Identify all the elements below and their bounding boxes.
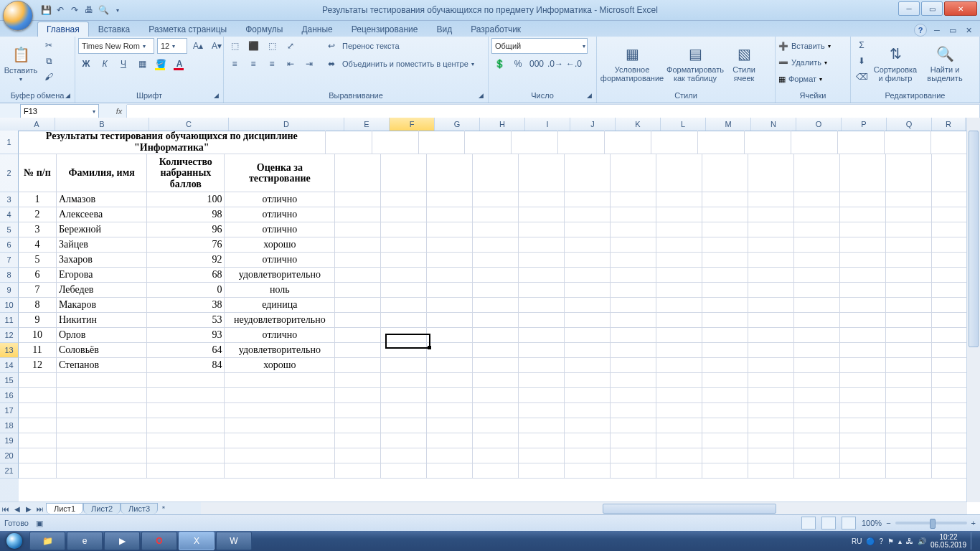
- cell[interactable]: [335, 373, 381, 387]
- cell[interactable]: [932, 373, 967, 387]
- cell[interactable]: [473, 328, 519, 342]
- fill-color-icon[interactable]: 🪣: [153, 57, 169, 71]
- cell[interactable]: [932, 388, 967, 402]
- col-header-C[interactable]: C: [149, 118, 229, 131]
- cell[interactable]: [611, 433, 656, 448]
- row-header-8[interactable]: 8: [0, 268, 19, 283]
- cell[interactable]: отлично: [225, 253, 335, 267]
- cell[interactable]: [886, 373, 932, 387]
- cell[interactable]: [932, 253, 967, 267]
- cell[interactable]: [225, 373, 335, 387]
- cell[interactable]: [335, 448, 381, 463]
- cell[interactable]: 92: [147, 253, 225, 267]
- cell[interactable]: [748, 207, 794, 222]
- cell[interactable]: [702, 358, 748, 372]
- tab-view[interactable]: Вид: [427, 22, 461, 37]
- cell[interactable]: [427, 192, 473, 207]
- cell[interactable]: [326, 131, 372, 154]
- cell[interactable]: [794, 403, 840, 418]
- cell[interactable]: Никитин: [57, 313, 147, 327]
- cell[interactable]: [748, 403, 794, 418]
- cell[interactable]: [427, 328, 473, 342]
- cell[interactable]: [57, 403, 147, 418]
- cell[interactable]: отлично: [225, 207, 335, 222]
- cell[interactable]: [611, 343, 656, 357]
- cell[interactable]: [886, 328, 932, 342]
- tab-data[interactable]: Данные: [292, 22, 341, 37]
- currency-icon[interactable]: 💲: [491, 57, 507, 71]
- qat-print-icon[interactable]: 🖶: [83, 4, 95, 16]
- cell[interactable]: [702, 418, 748, 433]
- tray-shield-icon[interactable]: ⚑: [887, 537, 894, 545]
- sheet-nav-prev-icon[interactable]: ◀: [11, 503, 23, 514]
- cells-area[interactable]: Результаты тестирования обучающихся по д…: [19, 131, 967, 502]
- name-box[interactable]: F13▾: [20, 104, 99, 118]
- cell[interactable]: [473, 433, 519, 448]
- cell[interactable]: [794, 154, 840, 192]
- cell[interactable]: 12: [19, 358, 57, 372]
- cell[interactable]: отлично: [225, 222, 335, 237]
- cell[interactable]: [519, 328, 565, 342]
- cell[interactable]: [794, 343, 840, 357]
- cell[interactable]: [381, 283, 427, 297]
- cell[interactable]: [886, 192, 932, 207]
- col-header-B[interactable]: B: [55, 118, 149, 131]
- row-header-4[interactable]: 4: [0, 207, 19, 222]
- cell[interactable]: [565, 298, 611, 312]
- cell[interactable]: [794, 283, 840, 297]
- cell[interactable]: [794, 253, 840, 267]
- cell[interactable]: [427, 222, 473, 237]
- col-header-O[interactable]: O: [796, 118, 842, 131]
- cell[interactable]: 53: [147, 313, 225, 327]
- cell[interactable]: [748, 463, 794, 478]
- percent-icon[interactable]: %: [510, 57, 526, 71]
- tray-up-icon[interactable]: ▴: [898, 537, 902, 545]
- cell[interactable]: [932, 343, 967, 357]
- cell[interactable]: [656, 433, 702, 448]
- format-cells-button[interactable]: ▦Формат▾: [778, 71, 822, 87]
- cell[interactable]: [932, 433, 967, 448]
- cell[interactable]: [381, 418, 427, 433]
- cell[interactable]: [565, 313, 611, 327]
- underline-button[interactable]: Ч: [116, 57, 131, 71]
- cell[interactable]: [702, 403, 748, 418]
- cell[interactable]: [473, 418, 519, 433]
- cell[interactable]: [335, 403, 381, 418]
- cell[interactable]: [702, 343, 748, 357]
- cell[interactable]: 3: [19, 222, 57, 237]
- cell[interactable]: [656, 373, 702, 387]
- cell[interactable]: [19, 463, 57, 478]
- cell[interactable]: [611, 388, 656, 402]
- cell[interactable]: [519, 268, 565, 282]
- cell[interactable]: [427, 253, 473, 267]
- cell[interactable]: [519, 463, 565, 478]
- cell[interactable]: [702, 222, 748, 237]
- cell[interactable]: [147, 418, 225, 433]
- cell[interactable]: [427, 418, 473, 433]
- cell[interactable]: [335, 237, 381, 252]
- cell[interactable]: [656, 298, 702, 312]
- cell-styles-button[interactable]: ▧Стили ячеек: [726, 38, 762, 88]
- cell[interactable]: [656, 154, 702, 192]
- cell[interactable]: [611, 313, 656, 327]
- cell[interactable]: [473, 373, 519, 387]
- cell[interactable]: [565, 154, 611, 192]
- comma-icon[interactable]: 000: [529, 57, 545, 71]
- cell[interactable]: [565, 192, 611, 207]
- col-header-H[interactable]: H: [480, 118, 525, 131]
- cell[interactable]: ноль: [225, 283, 335, 297]
- cell[interactable]: [519, 388, 565, 402]
- cell[interactable]: [840, 207, 886, 222]
- cell[interactable]: [840, 403, 886, 418]
- cell[interactable]: [427, 388, 473, 402]
- cell[interactable]: [748, 388, 794, 402]
- cell[interactable]: [840, 253, 886, 267]
- cell[interactable]: [932, 328, 967, 342]
- sheet-nav-last-icon[interactable]: ⏭: [34, 503, 46, 514]
- align-center-icon[interactable]: ≡: [245, 57, 261, 71]
- cell[interactable]: [748, 283, 794, 297]
- cell[interactable]: [702, 298, 748, 312]
- cell[interactable]: [840, 313, 886, 327]
- cell[interactable]: [381, 207, 427, 222]
- cell[interactable]: [225, 463, 335, 478]
